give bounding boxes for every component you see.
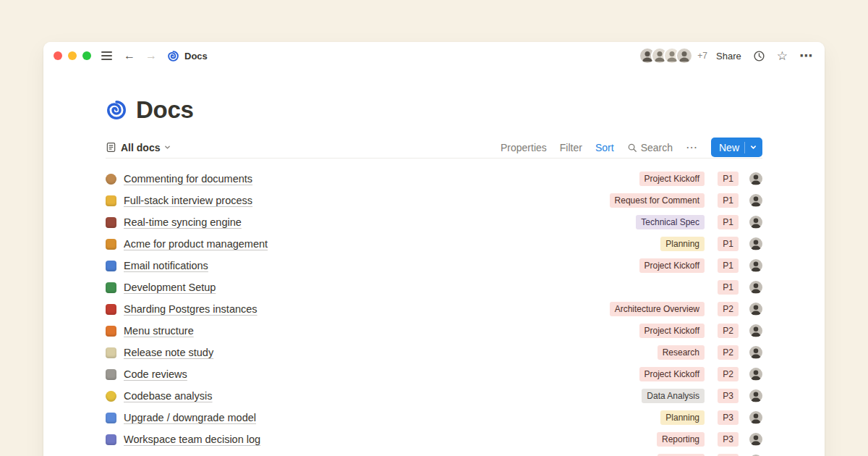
doc-row[interactable]: Release note study Research P2	[106, 342, 762, 363]
assignee-avatar	[749, 411, 762, 424]
doc-title[interactable]: Workspace team decision log	[124, 434, 260, 445]
sort-button[interactable]: Sort	[595, 142, 614, 153]
doc-tag: Reporting	[657, 432, 705, 447]
back-icon[interactable]: ←	[124, 50, 135, 62]
doc-row[interactable]: Email notifications Project Kickoff P1	[106, 255, 762, 276]
view-more-options-icon[interactable]: ⋯	[686, 140, 698, 154]
doc-row[interactable]: Commenting for documents Project Kickoff…	[106, 168, 762, 190]
doc-tag: Project Kickoff	[639, 172, 705, 186]
toolbar-actions: Properties Filter Sort Search ⋯ New	[501, 138, 762, 157]
doc-tag: Research	[658, 345, 705, 360]
doc-row[interactable]: Code reviews Project Kickoff P2	[106, 363, 762, 385]
doc-row[interactable]: Development Setup P1	[106, 276, 762, 298]
doc-tag: Project Kickoff	[639, 324, 705, 338]
minimize-window-button[interactable]	[68, 51, 77, 60]
up-button-emoji	[106, 413, 116, 423]
doc-row[interactable]: Codebase analysis Data Analysis P3	[106, 385, 762, 407]
doc-title[interactable]: Real-time syncing engine	[124, 216, 242, 228]
new-doc-button-label: New	[719, 142, 739, 153]
updates-clock-icon[interactable]	[753, 50, 765, 62]
assignee-avatar	[749, 389, 762, 402]
doc-priority-badge: P2	[718, 367, 739, 381]
doc-priority-badge: P3	[718, 432, 739, 447]
assignee-avatar	[749, 237, 762, 250]
button-divider	[744, 142, 745, 153]
doc-title[interactable]: Development Setup	[124, 282, 216, 293]
doc-title[interactable]: Upgrade / downgrade model	[124, 412, 256, 423]
doc-row[interactable]: Full-stack interview process Request for…	[106, 190, 762, 211]
doc-priority-badge: P3	[718, 389, 739, 403]
collaborator-avatar	[676, 47, 693, 64]
memo-emoji	[106, 347, 116, 358]
railway-car-emoji	[106, 282, 116, 293]
assignee-avatar	[749, 433, 762, 446]
doc-priority-badge: P3	[718, 410, 739, 425]
assignee-avatar	[749, 194, 762, 207]
search-button[interactable]: Search	[627, 142, 673, 153]
page-header: Docs	[106, 96, 762, 124]
doc-tag: Project Kickoff	[639, 258, 705, 273]
doc-row[interactable]: Sharding Postgres instances Architecture…	[106, 298, 762, 320]
doc-row[interactable]: Upgrade / downgrade model Planning P3	[106, 407, 762, 428]
assignee-avatar	[749, 281, 762, 294]
doc-row[interactable]: Menu structure Project Kickoff P2	[106, 320, 762, 342]
chevron-down-icon	[164, 144, 171, 151]
view-toolbar: All docs Properties Filter Sort Search ⋯…	[106, 137, 762, 159]
doc-title[interactable]: Sharding Postgres instances	[124, 303, 258, 315]
view-switcher-label: All docs	[121, 142, 160, 153]
doc-priority-badge: P2	[718, 302, 739, 316]
doc-title[interactable]: Commenting for documents	[124, 173, 252, 185]
share-button[interactable]: Share	[716, 51, 741, 62]
doc-title[interactable]: Codebase analysis	[124, 390, 213, 402]
new-doc-button[interactable]: New	[711, 138, 762, 157]
assignee-avatar	[749, 216, 762, 229]
properties-button[interactable]: Properties	[501, 142, 547, 153]
assignee-avatar	[749, 368, 762, 381]
page-content: Docs All docs Properties Filter Sort	[43, 96, 825, 456]
doc-priority-badge: P2	[718, 345, 739, 360]
notebook-emoji	[106, 434, 116, 445]
doc-title[interactable]: Email notifications	[124, 260, 208, 271]
sidebar-menu-icon[interactable]	[101, 51, 112, 59]
person-face-emoji	[106, 174, 116, 185]
assignee-avatar	[749, 324, 762, 337]
collaborator-avatars[interactable]	[639, 47, 693, 64]
doc-row[interactable]: Workspace team decision log Reporting P3	[106, 428, 762, 450]
carrot-emoji	[106, 326, 116, 337]
doc-title[interactable]: Menu structure	[124, 325, 194, 337]
close-window-button[interactable]	[54, 51, 62, 60]
locomotive-emoji	[106, 217, 116, 228]
chevron-down-icon	[750, 144, 757, 151]
assignee-avatar	[749, 346, 762, 359]
doc-title[interactable]: Acme for product management	[124, 238, 268, 250]
doc-title[interactable]: Code reviews	[124, 368, 187, 380]
filter-button[interactable]: Filter	[560, 142, 582, 153]
doc-priority-badge: P1	[718, 258, 739, 273]
doc-tag: Project Kickoff	[639, 367, 705, 381]
forward-icon[interactable]: →	[145, 50, 157, 62]
slot-machine-emoji	[106, 304, 116, 315]
zoom-window-button[interactable]	[82, 51, 91, 60]
doc-priority-badge: P1	[718, 215, 739, 229]
more-options-icon[interactable]: ⋯	[799, 49, 813, 62]
app-window: ← → Docs +7 Share ☆ ⋯	[43, 42, 825, 456]
window-title: Docs	[184, 51, 208, 62]
avatar-overflow-count[interactable]: +7	[697, 51, 707, 61]
search-icon	[627, 143, 637, 153]
doc-tag: Data Analysis	[642, 389, 705, 403]
minus-emoji	[106, 369, 116, 380]
doc-row[interactable]: Acme for product management Planning P1	[106, 233, 762, 255]
doc-title[interactable]: Release note study	[124, 347, 213, 358]
doc-title[interactable]: Full-stack interview process	[124, 195, 252, 206]
titlebar: ← → Docs +7 Share ☆ ⋯	[43, 42, 825, 69]
doc-tag: Request for Comment	[610, 193, 705, 208]
construction-worker-emoji	[106, 391, 116, 402]
favorite-star-icon[interactable]: ☆	[777, 50, 788, 62]
assignee-avatar	[749, 172, 762, 185]
doc-row[interactable]: Performance feedback Research P3	[106, 450, 762, 456]
search-label: Search	[641, 142, 673, 153]
doc-row[interactable]: Real-time syncing engine Technical Spec …	[106, 211, 762, 233]
view-switcher[interactable]: All docs	[106, 142, 171, 153]
doc-tag: Planning	[660, 410, 705, 425]
assignee-avatar	[749, 259, 762, 272]
